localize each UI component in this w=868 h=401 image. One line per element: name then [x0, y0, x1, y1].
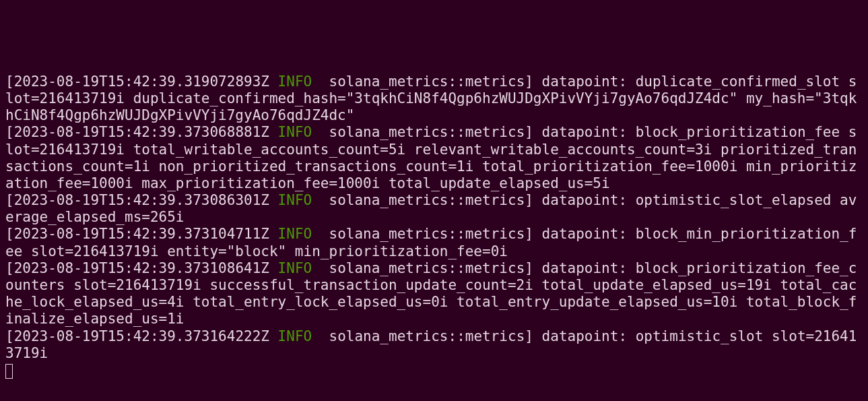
log-source: solana_metrics::metrics [329, 226, 525, 242]
log-entry: [2023-08-19T15:42:39.373086301Z INFO sol… [5, 192, 857, 225]
log-entry: [2023-08-19T15:42:39.373108641Z INFO sol… [5, 260, 857, 328]
log-source: solana_metrics::metrics [329, 328, 525, 344]
log-entry: [2023-08-19T15:42:39.373104711Z INFO sol… [5, 226, 857, 259]
log-level: INFO [278, 192, 312, 208]
log-level: INFO [278, 73, 312, 90]
log-level: INFO [278, 260, 312, 276]
log-timestamp: 2023-08-19T15:42:39.373104711Z [14, 226, 269, 242]
log-entry: [2023-08-19T15:42:39.373164222Z INFO sol… [5, 328, 857, 361]
bracket-open: [ [5, 124, 14, 140]
bracket-close: ] [525, 328, 533, 344]
log-timestamp: 2023-08-19T15:42:39.319072893Z [14, 73, 269, 90]
log-source: solana_metrics::metrics [329, 260, 525, 276]
bracket-open: [ [5, 260, 14, 276]
terminal-output[interactable]: [2023-08-19T15:42:39.319072893Z INFO sol… [5, 73, 863, 379]
log-level: INFO [278, 124, 312, 140]
log-timestamp: 2023-08-19T15:42:39.373086301Z [14, 192, 269, 208]
bracket-open: [ [5, 73, 14, 90]
bracket-close: ] [525, 73, 533, 90]
log-entry: [2023-08-19T15:42:39.373068881Z INFO sol… [5, 124, 857, 191]
bracket-close: ] [525, 124, 533, 140]
bracket-open: [ [5, 192, 14, 208]
log-timestamp: 2023-08-19T15:42:39.373068881Z [14, 124, 269, 140]
log-entry: [2023-08-19T15:42:39.319072893Z INFO sol… [5, 73, 857, 123]
log-source: solana_metrics::metrics [329, 124, 525, 140]
bracket-open: [ [5, 226, 14, 242]
log-level: INFO [278, 226, 312, 242]
log-timestamp: 2023-08-19T15:42:39.373164222Z [14, 328, 269, 344]
log-source: solana_metrics::metrics [329, 73, 525, 90]
log-timestamp: 2023-08-19T15:42:39.373108641Z [14, 260, 269, 276]
bracket-open: [ [5, 328, 14, 344]
bracket-close: ] [525, 192, 533, 208]
bracket-close: ] [525, 260, 533, 276]
log-source: solana_metrics::metrics [329, 192, 525, 208]
terminal-cursor [5, 364, 13, 379]
log-level: INFO [278, 328, 312, 344]
bracket-close: ] [525, 226, 533, 242]
